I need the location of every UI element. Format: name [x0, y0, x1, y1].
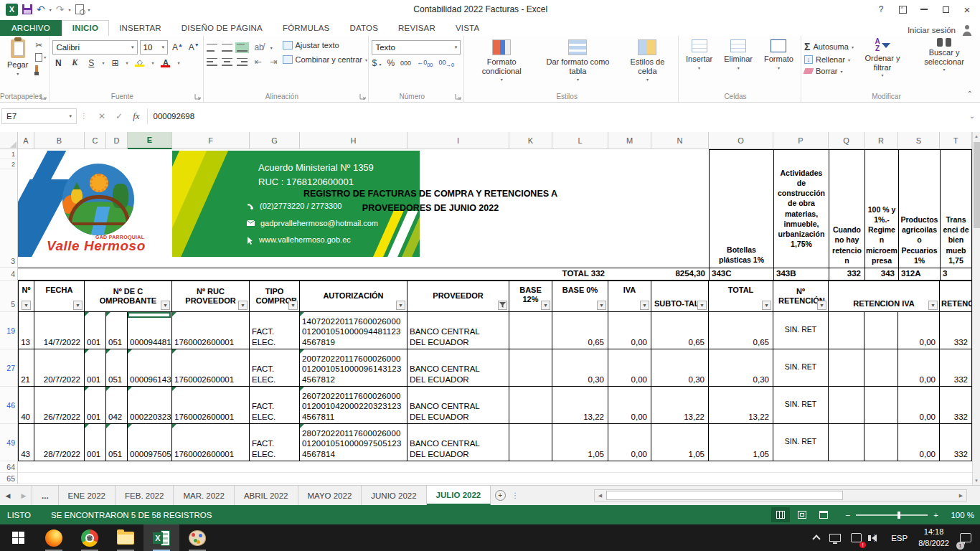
format-cells-button[interactable]: Formato▾ [760, 38, 798, 90]
tab-revisar[interactable]: REVISAR [388, 21, 446, 36]
undo-dropdown-icon[interactable]: ▾ [50, 7, 52, 12]
align-left-icon[interactable] [207, 58, 217, 66]
tray-alert-icon[interactable]: ! [846, 524, 867, 551]
cell-serie2[interactable]: 051 [106, 349, 128, 387]
fill-color-button[interactable]: ◇ [133, 59, 146, 67]
cell-base12[interactable] [509, 387, 552, 424]
tax-header-microempresa[interactable]: 100 % y 1%.- Regimen microempresa [864, 149, 898, 268]
cell-autorizacion[interactable]: 2007202201176000260000120010510000961431… [300, 349, 407, 387]
col-header-n[interactable]: N [651, 132, 709, 149]
align-top-icon[interactable] [207, 44, 217, 52]
merge-center-button[interactable]: Combinar y centrar▾ [283, 55, 368, 64]
tab-archivo[interactable]: ARCHIVO [0, 20, 62, 36]
italic-button[interactable]: K [69, 57, 80, 68]
cancel-entry-icon[interactable]: ✕ [98, 111, 105, 121]
cell-base12[interactable] [509, 312, 552, 349]
tax-header-construccion[interactable]: Actividades de construcción de obra mate… [773, 149, 829, 268]
sheet-nav-prev-icon[interactable]: ◀ [0, 486, 16, 505]
sign-in-button[interactable]: Iniciar sesión [908, 24, 980, 36]
tab-diseno[interactable]: DISEÑO DE PÁGINA [171, 21, 273, 36]
zoom-slider-thumb[interactable] [897, 512, 900, 519]
percent-format-button[interactable]: % [387, 58, 395, 68]
zoom-percentage[interactable]: 100 % [941, 511, 974, 519]
horizontal-scroll-thumb[interactable] [606, 491, 843, 500]
cell-empty[interactable] [864, 424, 898, 461]
cell-tipo[interactable]: FACT. ELEC. [250, 387, 300, 424]
sort-filter-button[interactable]: AZ Ordenar y filtrar▾ [857, 38, 908, 90]
total-sum-cell[interactable]: 8254,30 [651, 268, 709, 281]
sheet-tab-junio[interactable]: JUNIO 2022 [362, 486, 426, 505]
sheet-tab-ene[interactable]: ENE 2022 [59, 486, 116, 505]
wrap-text-button[interactable]: Ajustar texto [283, 41, 368, 50]
tab-inicio[interactable]: INICIO [62, 20, 109, 36]
font-size-select[interactable]: 10▾ [140, 40, 168, 55]
clear-button[interactable]: Borrar▾ [804, 67, 854, 75]
cell-base12[interactable] [509, 349, 552, 387]
cell-subtotal[interactable]: 0,30 [651, 349, 709, 387]
autosum-button[interactable]: ΣAutosuma▾ [804, 41, 854, 52]
taskbar-chrome[interactable] [72, 524, 108, 551]
cell-base0[interactable]: 1,05 [552, 424, 608, 461]
cell-subtotal[interactable]: 13,22 [651, 387, 709, 424]
col-header-t[interactable]: T [940, 132, 972, 149]
cell-proveedor[interactable]: BANCO CENTRAL DEL ECUADOR [407, 424, 509, 461]
header-retencion-iva[interactable]: RETENCION IVA▼ [829, 281, 940, 312]
hscroll-right-icon[interactable]: ▶ [956, 490, 966, 501]
cell-comprobante[interactable]: 000096143 [128, 349, 172, 387]
cell-retencion-iva[interactable]: 0,00 [898, 424, 940, 461]
cell-base12[interactable] [509, 424, 552, 461]
cell-base0[interactable]: 0,65 [552, 312, 608, 349]
cell-ruc[interactable]: 1760002600001 [172, 312, 250, 349]
font-color-button[interactable]: A [159, 59, 172, 67]
page-layout-view-button[interactable] [793, 507, 811, 522]
cell-no[interactable]: 13 [18, 312, 34, 349]
fill-button[interactable]: ↓Rellenar▾ [804, 55, 854, 64]
cell-fecha[interactable]: 20/7/2022 [34, 349, 85, 387]
cell-tipo[interactable]: FACT. ELEC. [250, 424, 300, 461]
filter-base0-icon[interactable]: ▼ [597, 301, 606, 310]
cell-cod332[interactable]: 332 [940, 349, 972, 387]
taskbar-excel-active[interactable]: X [143, 524, 179, 551]
col-header-m[interactable]: M [608, 132, 651, 149]
cell-serie1[interactable]: 001 [85, 312, 106, 349]
cell-cod332[interactable]: 332 [940, 424, 972, 461]
decrease-indent-icon[interactable]: ⇤ [252, 57, 263, 67]
col-header-k[interactable]: K [509, 132, 552, 149]
redo-icon[interactable]: ↷ [56, 4, 65, 14]
row-header-5[interactable]: 5 [0, 281, 18, 312]
collapse-ribbon-icon[interactable]: ⌃ [967, 90, 973, 98]
clipboard-dialog-launcher-icon[interactable] [40, 93, 47, 100]
delete-cells-button[interactable]: Eliminar▾ [720, 38, 757, 90]
filter-no-icon[interactable]: ▼ [22, 301, 31, 310]
col-header-p[interactable]: P [773, 132, 829, 149]
row-header-19[interactable]: 19 [0, 312, 18, 349]
increase-decimal-icon[interactable]: ←000 [417, 59, 433, 68]
col-header-r[interactable]: R [864, 132, 898, 149]
cell-retencion-iva[interactable]: 0,00 [898, 312, 940, 349]
filter-retencion-iva-icon[interactable]: ▼ [928, 301, 938, 310]
cell-no[interactable]: 21 [18, 349, 34, 387]
col-header-b[interactable]: B [34, 132, 85, 149]
underline-button[interactable]: S [85, 58, 97, 68]
header-nretencion[interactable]: Nº RETENCIÓN▼ [773, 281, 829, 312]
cell-iva[interactable]: 0,00 [608, 387, 651, 424]
sheet-tab-mar[interactable]: MAR. 2022 [174, 486, 235, 505]
cell-ruc[interactable]: 1760002600001 [172, 349, 250, 387]
cell-total[interactable]: 0,65 [709, 312, 773, 349]
cell-proveedor[interactable]: BANCO CENTRAL DEL ECUADOR [407, 349, 509, 387]
cell-ruc[interactable]: 1760002600001 [172, 424, 250, 461]
filter-nretencion-icon[interactable]: ▼ [817, 301, 826, 310]
tax-header-sin-retencion[interactable]: Cuando no hay retencion [829, 149, 864, 268]
tray-network-icon[interactable] [824, 524, 846, 551]
total-code-343c[interactable]: 343C [709, 268, 773, 281]
empty-row-65[interactable] [18, 473, 972, 484]
row-header-2[interactable]: 2 [0, 159, 18, 169]
cell-cod332[interactable]: 332 [940, 387, 972, 424]
cell-serie1[interactable]: 001 [85, 387, 106, 424]
sheet-tab-overflow[interactable]: ... [32, 486, 59, 505]
total-code-343b[interactable]: 343B [773, 268, 829, 281]
cell-fecha[interactable]: 14/7/2022 [34, 312, 85, 349]
print-preview-icon[interactable] [75, 4, 84, 14]
page-break-view-button[interactable] [814, 507, 833, 522]
row-header-46[interactable]: 46 [0, 387, 18, 424]
